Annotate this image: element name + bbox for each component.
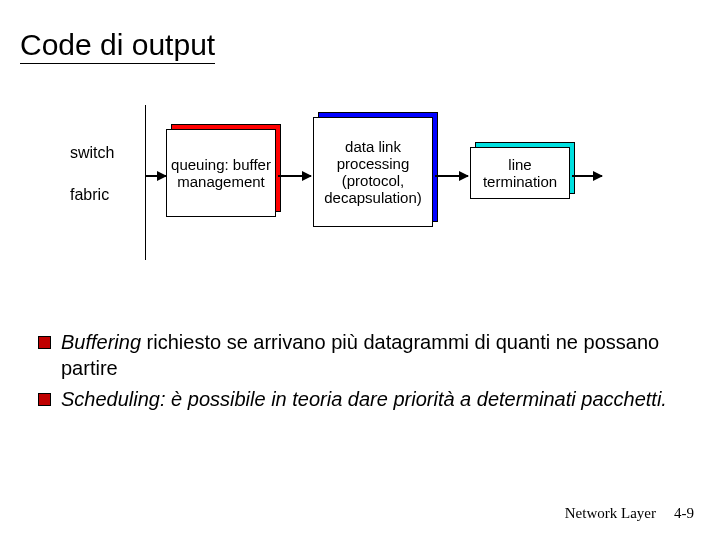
separator-line — [145, 105, 146, 260]
arrow-4 — [572, 175, 602, 177]
bullet-item: Scheduling: è possibile in teoria dare p… — [38, 387, 678, 413]
bullet-item: Buffering richiesto se arrivano più data… — [38, 330, 678, 381]
output-port-diagram: switch fabric queuing: buffer management… — [70, 105, 610, 265]
arrow-1 — [146, 175, 166, 177]
bullet-rest: richiesto se arrivano più datagrammi di … — [61, 331, 659, 379]
footer-label: Network Layer — [565, 505, 656, 522]
bullet-marker-icon — [38, 393, 51, 406]
arrow-3 — [435, 175, 468, 177]
bullet-emph: Scheduling: è possibile in teoria dare p… — [61, 388, 667, 410]
arrow-2 — [278, 175, 311, 177]
slide-footer: Network Layer 4-9 — [565, 505, 694, 522]
footer-page: 4-9 — [674, 505, 694, 522]
bullet-list: Buffering richiesto se arrivano più data… — [38, 330, 678, 419]
switch-label: switch — [70, 143, 114, 163]
slide-title: Code di output — [20, 28, 215, 64]
bullet-marker-icon — [38, 336, 51, 349]
switch-fabric-label: switch fabric — [70, 143, 114, 205]
bullet-emph: Buffering — [61, 331, 141, 353]
queuing-box: queuing: buffer management — [166, 129, 276, 217]
fabric-label: fabric — [70, 185, 114, 205]
bullet-text: Buffering richiesto se arrivano più data… — [61, 330, 678, 381]
line-box: line termination — [470, 147, 570, 199]
datalink-box: data link processing (protocol, decapsul… — [313, 117, 433, 227]
bullet-text: Scheduling: è possibile in teoria dare p… — [61, 387, 678, 413]
